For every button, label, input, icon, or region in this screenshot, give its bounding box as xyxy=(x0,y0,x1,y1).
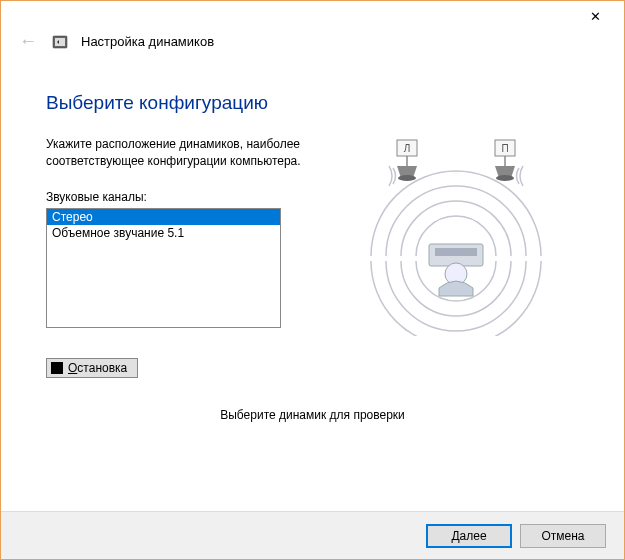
channel-option-surround[interactable]: Объемное звучание 5.1 xyxy=(47,225,280,241)
content-area: Выберите конфигурацию Укажите расположен… xyxy=(1,62,624,432)
hint-text: Выберите динамик для проверки xyxy=(46,408,579,422)
cancel-button[interactable]: Отмена xyxy=(520,524,606,548)
titlebar: ✕ xyxy=(1,1,624,31)
right-column: Л П xyxy=(336,136,576,378)
description-text: Укажите расположение динамиков, наиболее… xyxy=(46,136,336,170)
channels-listbox[interactable]: Стерео Объемное звучание 5.1 xyxy=(46,208,281,328)
stop-button[interactable]: Остановка xyxy=(46,358,138,378)
svg-rect-9 xyxy=(435,248,477,256)
back-arrow-icon: ← xyxy=(19,31,39,52)
listener-icon xyxy=(429,244,483,296)
right-speaker-label: П xyxy=(501,143,508,154)
page-heading: Выберите конфигурацию xyxy=(46,92,579,114)
wizard-header: ← Настройка динамиков xyxy=(1,31,624,62)
left-speaker-icon: Л xyxy=(397,140,417,181)
right-speaker-icon: П xyxy=(495,140,515,181)
speaker-setup-icon xyxy=(51,33,69,51)
speaker-layout-illustration: Л П xyxy=(351,136,561,336)
svg-rect-1 xyxy=(55,38,65,46)
left-speaker-label: Л xyxy=(404,143,411,154)
footer: Далее Отмена xyxy=(1,511,624,559)
wizard-title: Настройка динамиков xyxy=(81,34,214,49)
channel-option-stereo[interactable]: Стерео xyxy=(47,209,280,225)
left-column: Укажите расположение динамиков, наиболее… xyxy=(46,136,336,378)
close-icon[interactable]: ✕ xyxy=(580,9,610,24)
next-button[interactable]: Далее xyxy=(426,524,512,548)
channels-label: Звуковые каналы: xyxy=(46,190,336,204)
svg-point-4 xyxy=(398,175,416,181)
svg-point-7 xyxy=(496,175,514,181)
stop-icon xyxy=(51,362,63,374)
